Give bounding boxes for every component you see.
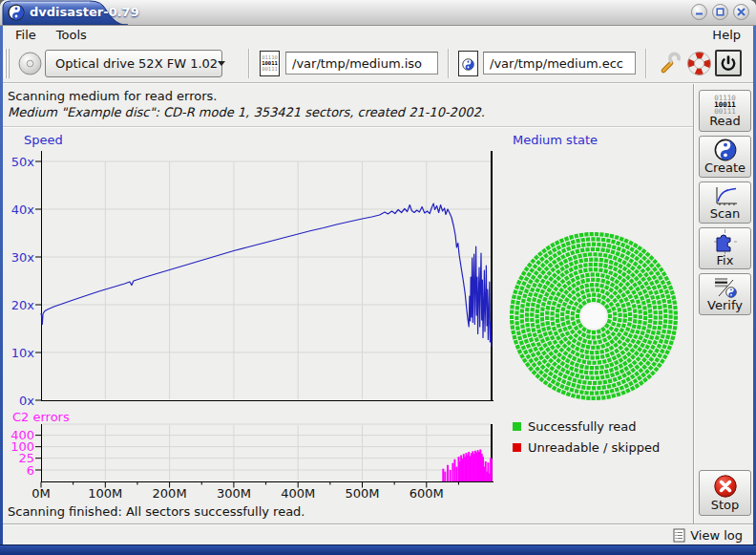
maximize-button[interactable] [712, 4, 728, 20]
scan-chart-icon [713, 185, 738, 207]
action-sidebar: 011101001100111 Read Create Scan Fix [693, 84, 753, 523]
status-finished: Scanning finished: All sectors successfu… [8, 504, 305, 519]
svg-text:50x: 50x [11, 155, 35, 169]
toolbar-handle[interactable] [4, 49, 10, 78]
svg-text:10x: 10x [11, 346, 35, 360]
svg-text:0M: 0M [32, 486, 51, 501]
binary-icon: 011101001100111 [714, 95, 736, 115]
status-line-2: Medium "Example disc": CD-R mode 1, 3534… [8, 105, 485, 119]
svg-text:100M: 100M [88, 486, 122, 501]
menubar: File Tools Help [3, 25, 753, 45]
iso-file-icon: 011101001100111 [260, 51, 280, 76]
quit-power-button[interactable] [715, 50, 742, 76]
svg-text:Medium state: Medium state [513, 133, 598, 147]
legend-label-unreadable: Unreadable / skipped [528, 440, 660, 455]
close-button[interactable] [733, 4, 749, 20]
iso-path-input[interactable] [285, 52, 438, 75]
separator [3, 126, 693, 128]
stop-label: Stop [711, 499, 740, 512]
stop-button[interactable]: Stop [699, 470, 751, 516]
cd-drive-icon [17, 51, 43, 76]
legend-swatch-unreadable [513, 443, 521, 452]
view-log-button[interactable]: View log [670, 526, 746, 544]
log-list-icon [673, 528, 685, 543]
minimize-button[interactable] [691, 4, 707, 20]
app-window: dvdisaster-0.79 File Tools Help Optical … [0, 0, 756, 555]
svg-text:500M: 500M [345, 486, 379, 501]
svg-text:30x: 30x [11, 250, 35, 265]
create-button[interactable]: Create [699, 136, 751, 178]
app-logo-icon [8, 4, 25, 21]
power-icon [720, 54, 737, 72]
read-button[interactable]: 011101001100111 Read [699, 90, 751, 132]
scan-button[interactable]: Scan [699, 181, 751, 224]
menu-file[interactable]: File [15, 28, 36, 42]
svg-text:20x: 20x [11, 298, 35, 312]
legend-unreadable: Unreadable / skipped [513, 440, 660, 455]
window-border [0, 544, 756, 555]
window-title: dvdisaster-0.79 [30, 0, 139, 24]
window-border [0, 25, 3, 545]
drive-selector-value: Optical drive 52X FW 1.02 [46, 56, 218, 71]
scan-label: Scan [710, 207, 741, 221]
footer-bar: View log [3, 523, 753, 546]
svg-text:6: 6 [27, 463, 34, 478]
titlebar[interactable]: dvdisaster-0.79 [0, 0, 756, 26]
toolbar: Optical drive 52X FW 1.02 01110100110011… [3, 45, 753, 83]
create-label: Create [704, 161, 746, 175]
legend-swatch-read [513, 422, 521, 431]
svg-text:400M: 400M [281, 486, 315, 501]
legend-read: Successfully read [513, 419, 636, 434]
stop-x-icon [713, 474, 738, 499]
ecc-file-icon [458, 51, 478, 76]
verify-icon [713, 276, 738, 299]
drive-selector[interactable]: Optical drive 52X FW 1.02 [45, 50, 222, 77]
verify-button[interactable]: Verify [699, 273, 751, 315]
svg-text:Speed: Speed [24, 133, 63, 147]
puzzle-icon [714, 229, 737, 254]
fix-button[interactable]: Fix [699, 227, 751, 269]
svg-text:0x: 0x [19, 394, 34, 408]
preferences-wrench-icon[interactable] [659, 51, 682, 75]
legend-label-read: Successfully read [528, 419, 636, 434]
read-label: Read [709, 115, 741, 128]
ecc-path-input[interactable] [483, 52, 636, 75]
fix-label: Fix [717, 254, 734, 267]
menu-tools[interactable]: Tools [56, 28, 87, 42]
svg-text:C2 errors: C2 errors [12, 410, 70, 424]
svg-text:300M: 300M [217, 486, 251, 501]
svg-text:200M: 200M [153, 486, 187, 501]
menu-help[interactable]: Help [712, 28, 741, 42]
status-line-1: Scanning medium for read errors. [8, 89, 217, 103]
verify-label: Verify [707, 299, 743, 312]
svg-text:600M: 600M [410, 486, 444, 501]
yinyang-icon [714, 139, 737, 161]
chevron-down-icon [218, 61, 225, 66]
help-lifesaver-icon[interactable] [686, 51, 712, 76]
svg-text:40x: 40x [11, 203, 35, 217]
view-log-label: View log [690, 528, 743, 543]
